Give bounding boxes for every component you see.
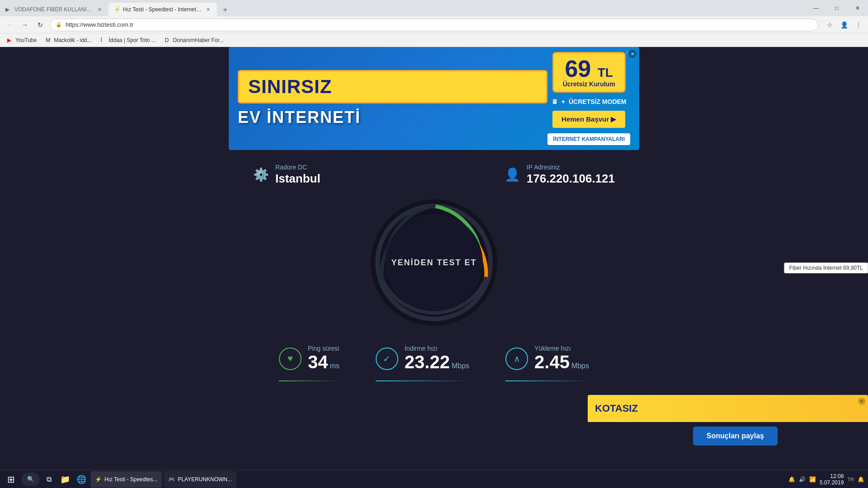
ad-subtitle: EV İNTERNETİ [238, 108, 547, 127]
ad-close-button[interactable]: ✕ [628, 50, 637, 58]
share-button[interactable]: Sonuçları paylaş [693, 427, 778, 446]
bookmark-iddaa-label: İddaa | Spor Toto ... [109, 37, 156, 43]
download-icon: ✓ [376, 347, 398, 370]
new-tab-button[interactable]: + [219, 4, 231, 16]
bookmark-donanim[interactable]: D DonanımHaber For... [161, 36, 227, 45]
bottom-ad-close[interactable]: ✕ [858, 398, 865, 405]
retest-button[interactable]: YENİDEN TEST ET [391, 258, 476, 267]
taskbar-network-icon: 📶 [809, 476, 816, 483]
ad-banner: i ✕ SINIRSIZ EV İNTERNETİ 69 TL Ücretsiz… [229, 47, 639, 150]
taskbar-search[interactable]: 🔍 [22, 473, 40, 486]
page-content: i ✕ SINIRSIZ EV İNTERNETİ 69 TL Ücretsiz… [0, 47, 868, 477]
download-value: 23.22 [405, 352, 450, 372]
tab1-title: VODAFONE FİBER KULLANIP PU... [14, 6, 93, 13]
notification-area-icon: 🔔 [858, 476, 864, 483]
ad-modem: 🖥 + ÜCRETSİZ MODEM [552, 98, 627, 105]
ad-info-icon[interactable]: i [627, 50, 627, 55]
upload-label: Yükleme hızı [534, 345, 589, 352]
download-block: ✓ İndirme hızı 23.22 Mbps [376, 345, 469, 381]
upload-icon: ∧ [505, 347, 528, 370]
server-icon: ⚙️ [253, 167, 269, 182]
start-icon: ⊞ [7, 474, 15, 485]
youtube-favicon: ▶ [7, 37, 14, 43]
speedtest-taskbar-app[interactable]: ⚡ Hız Testi - Speedtes... [90, 471, 162, 488]
taskbar-sound-icon: 🔊 [799, 476, 806, 483]
server-info: ⚙️ Radore DC Istanbul 👤 IP Adresiniz 176… [253, 164, 615, 186]
refresh-button[interactable]: ↻ [34, 19, 46, 31]
server-label: Radore DC [275, 164, 321, 171]
ip-label: IP Adresiniz [527, 164, 615, 171]
server-location: Istanbul [275, 172, 321, 186]
ping-block: ♥ Ping süresi 34 ms [279, 345, 340, 381]
ad-price: 69 TL [563, 57, 615, 80]
browser-taskbar-icon[interactable]: 🌐 [74, 472, 89, 487]
ad-cta-button[interactable]: Hemen Başvur ▶ [552, 111, 625, 128]
account-icon[interactable]: 👤 [838, 19, 850, 31]
game-app-label: PLAYERUNKNOWN... [178, 476, 232, 483]
ip-icon: 👤 [505, 167, 520, 182]
ad-price-sub: Ücretsiz Kurulum [563, 80, 615, 88]
taskbar-notif-icon: 🔔 [788, 476, 795, 483]
search-icon: 🔍 [27, 476, 34, 483]
bookmark-donanim-label: DonanımHaber For... [173, 37, 224, 43]
game-taskbar-app[interactable]: 🎮 PLAYERUNKNOWN... [164, 471, 236, 488]
bottom-ad: KOTASIZ ✕ [588, 395, 868, 422]
bookmark-iddaa[interactable]: İ İddaa | Spor Toto ... [97, 36, 160, 45]
ad-price-box: 69 TL Ücretsiz Kurulum [552, 52, 626, 93]
start-button[interactable]: ⊞ [4, 472, 18, 487]
browser-chrome: ▶ VODAFONE FİBER KULLANIP PU... ✕ ⚡ Hız … [0, 0, 868, 47]
tab-1[interactable]: ▶ VODAFONE FİBER KULLANIP PU... ✕ [0, 3, 108, 16]
ad-title-text: SINIRSIZ [248, 76, 332, 97]
ping-label: Ping süresi [308, 345, 340, 352]
close-button[interactable]: ✕ [847, 0, 868, 16]
tab2-close[interactable]: ✕ [204, 6, 212, 13]
ping-icon: ♥ [279, 347, 302, 370]
tab1-close[interactable]: ✕ [96, 6, 103, 13]
bookmark-youtube-label: YouTube [15, 37, 37, 43]
bookmarks-bar: ▶ YouTube M Mackolik - idd... İ İddaa | … [0, 33, 868, 47]
upload-unit: Mbps [571, 362, 589, 370]
bookmark-mackolik[interactable]: M Mackolik - idd... [42, 36, 95, 45]
ping-inner: ♥ Ping süresi 34 ms [279, 345, 340, 372]
upload-value-row: 2.45 Mbps [534, 352, 589, 372]
download-label: İndirme hızı [405, 345, 469, 352]
server-block: ⚙️ Radore DC Istanbul [253, 164, 321, 186]
tab-bar: ▶ VODAFONE FİBER KULLANIP PU... ✕ ⚡ Hız … [0, 0, 868, 16]
ad-modem-label: ÜCRETSİZ MODEM [569, 98, 627, 105]
task-view-icon[interactable]: ⧉ [42, 472, 56, 487]
taskbar-lang-icon: TR [847, 477, 854, 482]
url-bar[interactable]: 🔒 https://www.hiztesti.com.tr [50, 19, 818, 31]
ad-right-content: 69 TL Ücretsiz Kurulum 🖥 + ÜCRETSİZ MODE… [547, 52, 630, 145]
bottom-ad-text: KOTASIZ [595, 403, 638, 414]
menu-icon[interactable]: ⋮ [853, 19, 864, 31]
forward-button[interactable]: → [19, 19, 31, 31]
upload-details: Yükleme hızı 2.45 Mbps [534, 345, 589, 372]
ping-details: Ping süresi 34 ms [308, 345, 340, 372]
server-details: Radore DC Istanbul [275, 164, 321, 186]
donanim-favicon: D [165, 37, 171, 43]
speedometer[interactable]: YENİDEN TEST ET [366, 195, 502, 330]
back-button[interactable]: ← [4, 19, 15, 31]
ping-value: 34 [308, 352, 328, 372]
speedtest-main: ⚙️ Radore DC Istanbul 👤 IP Adresiniz 176… [0, 150, 868, 386]
ping-divider [279, 380, 340, 381]
file-explorer-icon[interactable]: 📁 [58, 472, 72, 487]
download-value-row: 23.22 Mbps [405, 352, 469, 372]
taskbar-right: 🔔 🔊 📶 12:08 5.07.2019 TR 🔔 [788, 473, 864, 486]
bookmark-youtube[interactable]: ▶ YouTube [4, 36, 40, 45]
upload-block: ∧ Yükleme hızı 2.45 Mbps [505, 345, 589, 381]
bookmark-mackolik-label: Mackolik - idd... [54, 37, 91, 43]
ad-left-content: SINIRSIZ EV İNTERNETİ [238, 70, 547, 127]
maximize-button[interactable]: □ [826, 0, 847, 16]
download-unit: Mbps [452, 362, 469, 370]
address-bar: ← → ↻ 🔒 https://www.hiztesti.com.tr ☆ 👤 … [0, 16, 868, 33]
download-details: İndirme hızı 23.22 Mbps [405, 345, 469, 372]
minimize-button[interactable]: — [806, 0, 826, 16]
bookmark-star-icon[interactable]: ☆ [824, 19, 835, 31]
ip-block: 👤 IP Adresiniz 176.220.106.121 [505, 164, 615, 186]
iddaa-favicon: İ [101, 37, 107, 43]
download-divider [376, 380, 469, 381]
tab-2[interactable]: ⚡ Hız Testi - Speedtest - Internet H... … [108, 3, 217, 16]
ping-unit: ms [330, 362, 339, 370]
ad-title-box: SINIRSIZ [238, 70, 547, 103]
